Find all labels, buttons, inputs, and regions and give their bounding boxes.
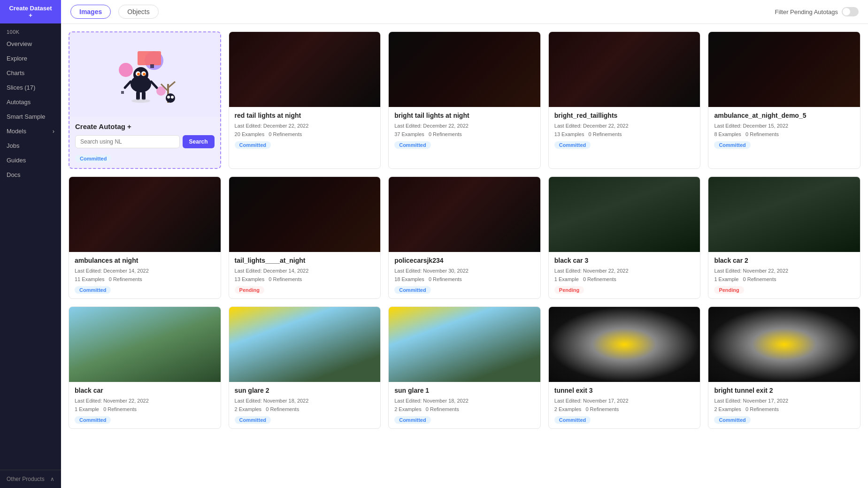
card-c10[interactable]: black car Last Edited: November 22, 2022… <box>69 306 221 429</box>
card-badge-c3: Committed <box>554 141 591 149</box>
card-c4[interactable]: ambulance_at_night_demo_5 Last Edited: D… <box>708 31 860 169</box>
autotag-badge: Committed <box>75 155 111 162</box>
card-meta-c12: Last Edited: November 18, 2022 2 Example… <box>394 397 535 413</box>
sidebar-item-smart-sample[interactable]: Smart Sample <box>0 109 61 124</box>
card-meta-c13: Last Edited: November 17, 2022 2 Example… <box>554 397 695 413</box>
sidebar-item-jobs[interactable]: Jobs <box>0 138 61 153</box>
create-dataset-button[interactable]: Create Dataset + <box>0 0 61 23</box>
sidebar: Create Dataset + 100K Overview Explore C… <box>0 0 61 488</box>
card-body-c7: policecarsjk234 Last Edited: November 30… <box>389 252 540 298</box>
autotag-illustration <box>69 32 220 117</box>
svg-line-17 <box>168 82 175 88</box>
card-title-c11: sun glare 2 <box>235 387 375 394</box>
svg-rect-21 <box>150 64 154 68</box>
card-c14[interactable]: bright tunnel exit 2 Last Edited: Novemb… <box>708 306 860 429</box>
card-meta-c10: Last Edited: November 22, 2022 1 Example… <box>75 397 215 413</box>
card-title-c1: red tail lights at night <box>235 112 375 119</box>
image-grid: Create Autotag + Search Committed red ta… <box>61 24 868 488</box>
autotag-create-card[interactable]: Create Autotag + Search Committed <box>69 31 221 169</box>
sidebar-item-charts[interactable]: Charts <box>0 66 61 80</box>
sidebar-item-slices[interactable]: Slices (17) <box>0 80 61 95</box>
dataset-label: 100K <box>0 23 61 37</box>
card-title-c3: bright_red_taillights <box>554 112 695 119</box>
sidebar-bottom[interactable]: Other Products ∧ <box>0 470 61 488</box>
sidebar-item-explore[interactable]: Explore <box>0 51 61 66</box>
card-body-c12: sun glare 1 Last Edited: November 18, 20… <box>389 382 540 428</box>
tab-objects[interactable]: Objects <box>118 5 158 19</box>
card-meta-c8: Last Edited: November 22, 2022 1 Example… <box>554 267 695 283</box>
card-c3[interactable]: bright_red_taillights Last Edited: Decem… <box>548 31 701 169</box>
card-badge-c9: Pending <box>714 286 744 294</box>
card-title-c7: policecarsjk234 <box>394 257 535 264</box>
top-bar: Images Objects Filter Pending Autotags <box>61 0 868 24</box>
card-badge-c10: Committed <box>75 416 111 424</box>
card-title-c4: ambulance_at_night_demo_5 <box>714 112 854 119</box>
card-body-c14: bright tunnel exit 2 Last Edited: Novemb… <box>708 382 860 428</box>
card-badge-c14: Committed <box>714 416 750 424</box>
sidebar-item-models[interactable]: Models › <box>0 124 61 138</box>
card-title-c6: tail_lights____at_night <box>235 257 375 264</box>
card-c5[interactable]: ambulances at night Last Edited: Decembe… <box>69 176 221 299</box>
autotag-search-button[interactable]: Search <box>183 135 215 148</box>
card-body-c8: black car 3 Last Edited: November 22, 20… <box>549 252 700 298</box>
card-badge-c7: Committed <box>394 286 430 294</box>
autotag-search-input[interactable] <box>75 135 180 148</box>
card-badge-c8: Pending <box>554 286 584 294</box>
tab-images[interactable]: Images <box>70 5 111 19</box>
sidebar-item-guides[interactable]: Guides <box>0 153 61 168</box>
sidebar-item-autotags[interactable]: Autotags <box>0 95 61 109</box>
svg-point-9 <box>143 73 146 76</box>
svg-line-11 <box>151 82 157 88</box>
svg-point-1 <box>119 63 133 77</box>
card-body-c1: red tail lights at night Last Edited: De… <box>229 107 381 153</box>
card-title-c14: bright tunnel exit 2 <box>714 387 854 394</box>
card-body-c3: bright_red_taillights Last Edited: Decem… <box>549 107 700 153</box>
svg-rect-13 <box>142 92 146 100</box>
card-title-c5: ambulances at night <box>75 257 215 264</box>
card-badge-c12: Committed <box>394 416 430 424</box>
card-badge-c6: Pending <box>235 286 264 294</box>
autotag-body: Create Autotag + Search Committed <box>69 117 220 168</box>
card-c6[interactable]: tail_lights____at_night Last Edited: Dec… <box>229 176 381 299</box>
sidebar-nav: Overview Explore Charts Slices (17) Auto… <box>0 37 61 470</box>
card-body-c9: black car 2 Last Edited: November 22, 20… <box>708 252 860 298</box>
card-meta-c1: Last Edited: December 22, 2022 20 Exampl… <box>235 122 375 138</box>
card-c8[interactable]: black car 3 Last Edited: November 22, 20… <box>548 176 701 299</box>
card-body-c11: sun glare 2 Last Edited: November 18, 20… <box>229 382 381 428</box>
svg-point-20 <box>171 96 174 99</box>
card-body-c2: bright tail lights at night Last Edited:… <box>389 107 540 153</box>
card-badge-c1: Committed <box>235 141 271 149</box>
card-title-c12: sun glare 1 <box>394 387 535 394</box>
sidebar-item-overview[interactable]: Overview <box>0 37 61 51</box>
card-meta-c11: Last Edited: November 18, 2022 2 Example… <box>235 397 375 413</box>
card-c12[interactable]: sun glare 1 Last Edited: November 18, 20… <box>388 306 541 429</box>
autotag-search-row: Search <box>75 135 215 148</box>
card-c2[interactable]: bright tail lights at night Last Edited:… <box>388 31 541 169</box>
sidebar-item-docs[interactable]: Docs <box>0 168 61 182</box>
card-body-c13: tunnel exit 3 Last Edited: November 17, … <box>549 382 700 428</box>
card-c1[interactable]: red tail lights at night Last Edited: De… <box>229 31 381 169</box>
card-badge-c11: Committed <box>235 416 271 424</box>
autotag-title: Create Autotag + <box>75 122 215 130</box>
card-meta-c3: Last Edited: December 22, 2022 13 Exampl… <box>554 122 695 138</box>
card-meta-c4: Last Edited: December 15, 2022 8 Example… <box>714 122 854 138</box>
sidebar-item-models-label: Models <box>7 128 26 135</box>
card-badge-c13: Committed <box>554 416 591 424</box>
svg-point-8 <box>137 73 140 76</box>
other-products-label: Other Products <box>7 476 45 482</box>
card-c11[interactable]: sun glare 2 Last Edited: November 18, 20… <box>229 306 381 429</box>
chevron-up-icon: ∧ <box>50 476 54 482</box>
svg-point-14 <box>131 99 150 103</box>
card-c7[interactable]: policecarsjk234 Last Edited: November 30… <box>388 176 541 299</box>
svg-line-10 <box>125 82 131 88</box>
card-title-c8: black car 3 <box>554 257 695 264</box>
card-c9[interactable]: black car 2 Last Edited: November 22, 20… <box>708 176 860 299</box>
card-c13[interactable]: tunnel exit 3 Last Edited: November 17, … <box>548 306 701 429</box>
svg-rect-3 <box>138 51 161 65</box>
filter-toggle-switch[interactable] <box>842 7 859 16</box>
main-content: Images Objects Filter Pending Autotags <box>61 0 868 488</box>
card-title-c10: black car <box>75 387 215 394</box>
svg-point-5 <box>133 67 148 82</box>
card-badge-c2: Committed <box>394 141 430 149</box>
card-meta-c7: Last Edited: November 30, 2022 18 Exampl… <box>394 267 535 283</box>
